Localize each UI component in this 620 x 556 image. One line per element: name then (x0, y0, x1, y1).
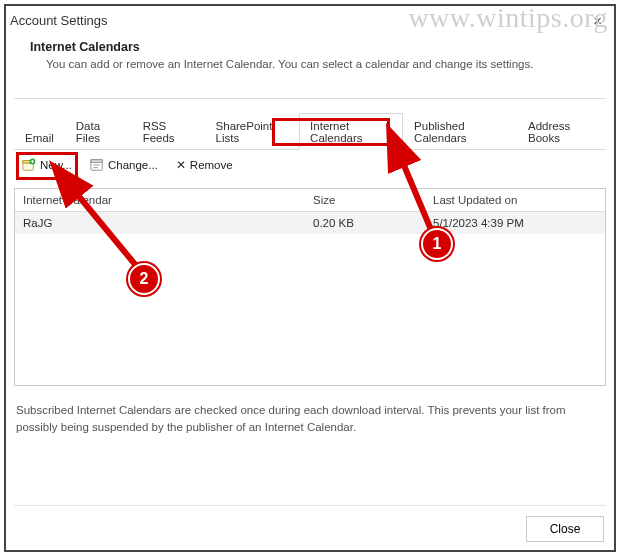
section-heading: Internet Calendars (30, 40, 140, 54)
toolbar: New... Change... ✕ Remove (20, 156, 235, 174)
remove-x-icon: ✕ (176, 158, 186, 172)
titlebar: Account Settings × (10, 12, 610, 29)
window-close-button[interactable]: × (593, 12, 602, 29)
close-button[interactable]: Close (526, 516, 604, 542)
button-separator (14, 505, 606, 506)
section-description: You can add or remove an Internet Calend… (46, 58, 533, 70)
cell-name: RaJG (15, 212, 305, 234)
tab-address-books[interactable]: Address Books (517, 113, 606, 150)
table-header-row: Internet Calendar Size Last Updated on (15, 189, 605, 212)
cell-updated: 5/1/2023 4:39 PM (425, 212, 605, 234)
new-button-label: New... (40, 159, 72, 171)
tab-strip: Email Data Files RSS Feeds SharePoint Li… (14, 122, 606, 150)
tab-email[interactable]: Email (14, 125, 65, 150)
tab-published-calendars[interactable]: Published Calendars (403, 113, 517, 150)
new-calendar-icon (22, 158, 36, 172)
divider (14, 98, 606, 99)
col-header-size[interactable]: Size (305, 189, 425, 211)
calendar-list: Internet Calendar Size Last Updated on R… (14, 188, 606, 386)
footer-note: Subscribed Internet Calendars are checke… (16, 402, 596, 435)
col-header-name[interactable]: Internet Calendar (15, 189, 305, 211)
table-row[interactable]: RaJG 0.20 KB 5/1/2023 4:39 PM (15, 212, 605, 234)
window-title: Account Settings (10, 13, 108, 28)
remove-button-label: Remove (190, 159, 233, 171)
tab-data-files[interactable]: Data Files (65, 113, 132, 150)
remove-button[interactable]: ✕ Remove (174, 156, 235, 174)
col-header-updated[interactable]: Last Updated on (425, 189, 605, 211)
cell-size: 0.20 KB (305, 212, 425, 234)
change-button[interactable]: Change... (88, 156, 160, 174)
change-icon (90, 158, 104, 172)
change-button-label: Change... (108, 159, 158, 171)
tab-internet-calendars[interactable]: Internet Calendars (299, 113, 403, 150)
tab-sharepoint-lists[interactable]: SharePoint Lists (205, 113, 300, 150)
tab-rss-feeds[interactable]: RSS Feeds (132, 113, 205, 150)
new-button[interactable]: New... (20, 156, 74, 174)
svg-rect-4 (91, 160, 102, 163)
